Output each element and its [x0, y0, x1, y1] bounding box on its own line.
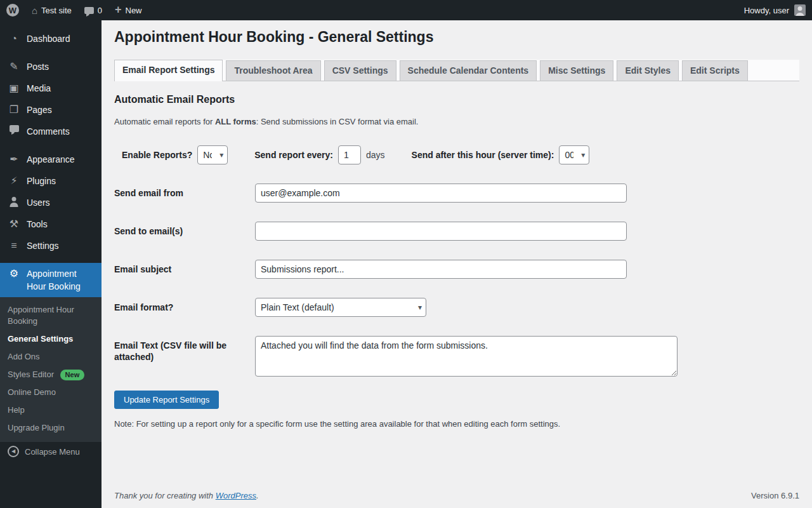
site-name-label: Test site: [41, 6, 72, 15]
collapse-arrow-icon: ◀: [8, 446, 19, 457]
email-subject-label: Email subject: [114, 260, 255, 275]
site-name-link[interactable]: ⌂ Test site: [25, 0, 78, 20]
howdy-label: Howdy, user: [744, 6, 789, 15]
report-hour-group: Send after this hour (server time): 00: [412, 145, 590, 164]
report-hour-select[interactable]: 00: [559, 145, 589, 164]
comments-indicator[interactable]: 0: [78, 0, 108, 20]
sidebar-item-label: Media: [27, 82, 51, 95]
plus-icon: +: [115, 4, 122, 15]
sidebar-item-media[interactable]: ▣ Media: [0, 77, 102, 99]
submenu-item-add-ons[interactable]: Add Ons: [0, 348, 102, 366]
menu-group-plugin: ⚙ Appointment Hour Booking Appointment H…: [0, 263, 102, 442]
sidebar-item-settings[interactable]: ≡ Settings: [0, 235, 102, 257]
submenu-item-label: General Settings: [8, 334, 73, 344]
intro-text: Automatic email reports for ALL forms: S…: [114, 117, 799, 126]
admin-bar: W ⌂ Test site 0 + New Howdy, user: [0, 0, 812, 20]
email-format-select[interactable]: Plain Text (default): [255, 298, 426, 317]
sidebar-item-comments[interactable]: Comments: [0, 121, 102, 142]
dashboard-icon: ◔: [8, 32, 20, 45]
submenu-item-upgrade-plugin[interactable]: Upgrade Plugin: [0, 419, 102, 437]
new-content-button[interactable]: + New: [108, 0, 148, 20]
sidebar-menu: ◔ Dashboard ✎ Posts ▣ Media ❐ Pa: [0, 20, 102, 442]
email-text-row: Email Text (CSV file will be attached) A…: [114, 336, 799, 377]
howdy-menu[interactable]: Howdy, user: [738, 0, 812, 20]
sidebar-item-users[interactable]: Users: [0, 192, 102, 213]
report-every-label: Send report every:: [254, 150, 333, 160]
enable-reports-label: Enable Reports?: [122, 150, 192, 160]
send-to-label: Send to email(s): [114, 222, 255, 237]
sidebar-item-plugins[interactable]: ⚡ Plugins: [0, 170, 102, 192]
layout: ◔ Dashboard ✎ Posts ▣ Media ❐ Pa: [0, 20, 812, 508]
intro-bold: ALL forms: [215, 117, 256, 126]
send-from-row: Send email from: [114, 184, 799, 203]
comment-bubble-icon: [84, 7, 94, 14]
submenu-item-online-demo[interactable]: Online Demo: [0, 384, 102, 401]
plugins-icon: ⚡: [8, 175, 20, 187]
sidebar-item-label: Appearance: [27, 153, 75, 166]
intro-prefix: Automatic email reports for: [114, 117, 215, 126]
sidebar: ◔ Dashboard ✎ Posts ▣ Media ❐ Pa: [0, 20, 102, 508]
tab-csv-settings[interactable]: CSV Settings: [324, 60, 396, 81]
tab-schedule-calendar-contents[interactable]: Schedule Calendar Contents: [400, 60, 537, 81]
send-to-row: Send to email(s): [114, 222, 799, 241]
email-format-label: Email format?: [114, 298, 255, 313]
update-report-settings-button[interactable]: Update Report Settings: [114, 391, 219, 409]
sidebar-item-pages[interactable]: ❐ Pages: [0, 99, 102, 121]
wordpress-link[interactable]: WordPress: [216, 491, 256, 500]
submenu-item-help[interactable]: Help: [0, 401, 102, 419]
collapse-menu-button[interactable]: ◀ Collapse Menu: [0, 441, 102, 462]
admin-bar-right: Howdy, user: [738, 0, 812, 20]
tab-troubleshoot-area[interactable]: Troubleshoot Area: [226, 60, 320, 81]
new-badge: New: [60, 370, 85, 380]
submenu-item-label: Help: [8, 405, 25, 415]
submenu-item-styles-editor[interactable]: Styles Editor New: [0, 366, 102, 384]
sidebar-item-label: Pages: [27, 104, 52, 116]
sidebar-item-appearance[interactable]: ✒ Appearance: [0, 149, 102, 170]
menu-group-dashboard: ◔ Dashboard: [0, 28, 102, 50]
submenu-item-label: Online Demo: [8, 387, 56, 397]
tools-icon: ⚒: [8, 218, 20, 231]
appointment-submenu: Appointment Hour Booking General Setting…: [0, 297, 102, 442]
version-text: Version 6.9.1: [751, 491, 799, 500]
pages-icon: ❐: [8, 104, 20, 116]
comments-icon: [8, 125, 20, 132]
sidebar-item-dashboard[interactable]: ◔ Dashboard: [0, 28, 102, 50]
tab-email-report-settings[interactable]: Email Report Settings: [114, 60, 223, 81]
menu-group-content: ✎ Posts ▣ Media ❐ Pages Comments: [0, 56, 102, 142]
thanks-prefix: Thank you for creating with: [114, 491, 216, 500]
enable-reports-select-wrap: No: [197, 145, 228, 164]
section-title: Automatic Email Reports: [114, 94, 799, 105]
collapse-menu-label: Collapse Menu: [25, 447, 80, 457]
report-every-input[interactable]: [338, 145, 361, 164]
sidebar-item-label: Settings: [27, 239, 59, 252]
submenu-item-label: Styles Editor: [8, 370, 54, 379]
sidebar-item-posts[interactable]: ✎ Posts: [0, 56, 102, 77]
email-format-row: Email format? Plain Text (default): [114, 298, 799, 317]
new-label: New: [126, 6, 142, 15]
email-format-select-wrap: Plain Text (default): [255, 298, 426, 317]
footer: Thank you for creating with WordPress. V…: [102, 485, 812, 508]
tab-edit-scripts[interactable]: Edit Scripts: [682, 60, 748, 81]
home-icon: ⌂: [32, 6, 37, 15]
tab-edit-styles[interactable]: Edit Styles: [617, 60, 679, 81]
send-from-input[interactable]: [255, 184, 627, 203]
send-to-input[interactable]: [255, 222, 627, 241]
media-icon: ▣: [8, 82, 20, 95]
wordpress-menu[interactable]: W: [0, 0, 25, 20]
menu-group-admin: ✒ Appearance ⚡ Plugins Users ⚒ Tools: [0, 149, 102, 257]
tab-misc-settings[interactable]: Misc Settings: [540, 60, 613, 81]
email-text-textarea[interactable]: Attached you will find the data from the…: [255, 336, 678, 377]
sidebar-item-appointment-hour-booking[interactable]: ⚙ Appointment Hour Booking: [0, 263, 102, 297]
submenu-item-general-settings[interactable]: General Settings: [0, 330, 102, 348]
sidebar-item-tools[interactable]: ⚒ Tools: [0, 213, 102, 235]
submenu-item-appointment-hour-booking[interactable]: Appointment Hour Booking: [0, 301, 102, 330]
sidebar-item-label: Posts: [27, 60, 49, 73]
email-subject-input[interactable]: [255, 260, 627, 279]
posts-icon: ✎: [8, 60, 20, 73]
footer-thanks: Thank you for creating with WordPress.: [114, 491, 259, 500]
admin-bar-left: W ⌂ Test site 0 + New: [0, 0, 148, 20]
page-title: Appointment Hour Booking - General Setti…: [114, 28, 799, 46]
note-text: Note: For setting up a report only for a…: [114, 419, 799, 429]
sidebar-item-label: Comments: [27, 125, 70, 138]
enable-reports-select[interactable]: No: [197, 145, 228, 164]
